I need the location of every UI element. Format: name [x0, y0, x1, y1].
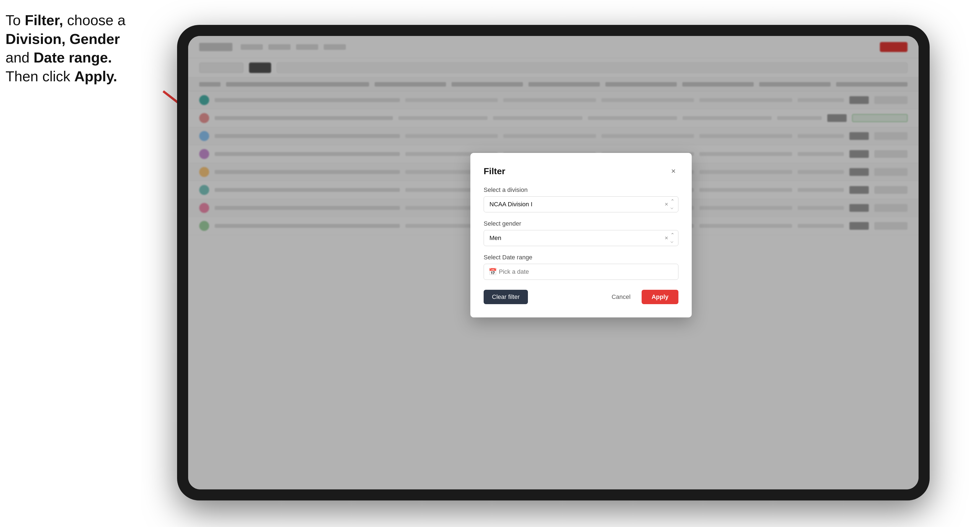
date-label: Select Date range	[484, 254, 678, 261]
gender-label: Select gender	[484, 220, 678, 227]
clear-filter-button[interactable]: Clear filter	[484, 290, 528, 304]
instruction-text: To Filter, choose a Division, Gender and…	[6, 11, 166, 86]
division-label: Select a division	[484, 186, 678, 194]
instruction-line1: To Filter, choose a	[6, 12, 126, 28]
division-select-wrapper: NCAA Division I × ⌃⌵	[484, 196, 678, 212]
division-select[interactable]: NCAA Division I	[484, 196, 678, 212]
division-form-group: Select a division NCAA Division I × ⌃⌵	[484, 186, 678, 212]
apply-button[interactable]: Apply	[642, 290, 678, 304]
modal-close-button[interactable]: ×	[668, 166, 678, 176]
filter-modal: Filter × Select a division NCAA Division…	[470, 153, 692, 317]
tablet-screen: Filter × Select a division NCAA Division…	[188, 36, 919, 489]
date-input-wrapper: 📅	[484, 264, 678, 280]
instruction-line2: Division, Gender	[6, 31, 120, 47]
gender-select[interactable]: Men	[484, 230, 678, 246]
footer-right-buttons: Cancel Apply	[603, 290, 678, 304]
gender-select-wrapper: Men × ⌃⌵	[484, 230, 678, 246]
modal-overlay[interactable]: Filter × Select a division NCAA Division…	[188, 36, 919, 489]
instruction-line4: Then click Apply.	[6, 68, 117, 84]
modal-header: Filter ×	[484, 166, 678, 176]
modal-footer: Clear filter Cancel Apply	[484, 290, 678, 304]
instruction-line3: and Date range.	[6, 49, 112, 65]
tablet-frame: Filter × Select a division NCAA Division…	[177, 25, 930, 500]
gender-form-group: Select gender Men × ⌃⌵	[484, 220, 678, 246]
cancel-button[interactable]: Cancel	[603, 290, 639, 304]
date-form-group: Select Date range 📅	[484, 254, 678, 280]
date-input[interactable]	[484, 264, 678, 280]
modal-title: Filter	[484, 166, 505, 176]
